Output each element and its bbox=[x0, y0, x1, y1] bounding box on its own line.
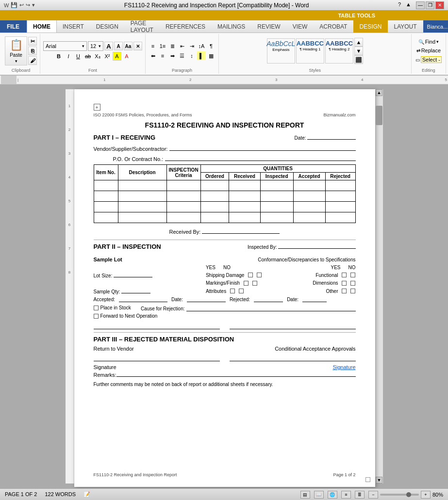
minimize-btn[interactable]: — bbox=[416, 1, 425, 9]
tab-insert[interactable]: INSERT bbox=[57, 20, 90, 32]
scroll-up-btn[interactable]: ▲ bbox=[376, 89, 382, 96]
cell-insp-4[interactable] bbox=[166, 212, 200, 223]
cell-reject-4[interactable] bbox=[325, 212, 355, 223]
restore-btn[interactable]: ❐ bbox=[426, 1, 434, 9]
cell-recv-3[interactable] bbox=[229, 202, 261, 212]
shrink-font-button[interactable]: A bbox=[114, 42, 123, 50]
style-heading1[interactable]: AABBCC ¶ Heading 1 bbox=[296, 38, 324, 64]
scroll-thumb[interactable] bbox=[376, 106, 382, 125]
tab-design[interactable]: DESIGN bbox=[90, 20, 125, 32]
cell-desc-2[interactable] bbox=[118, 191, 166, 202]
zoom-out-btn[interactable]: − bbox=[368, 491, 378, 499]
styles-more[interactable]: ⬛ bbox=[354, 55, 363, 64]
accepted-date-value[interactable] bbox=[187, 296, 226, 302]
align-left-button[interactable]: ⬅ bbox=[149, 51, 157, 60]
copy-button[interactable]: ⎘ bbox=[28, 47, 37, 55]
shipping-damage-yes-cb[interactable] bbox=[248, 273, 253, 277]
attributes-yes-cb[interactable] bbox=[230, 289, 235, 293]
increase-indent-button[interactable]: ⇥ bbox=[187, 42, 196, 50]
underline-button[interactable]: U bbox=[74, 52, 83, 61]
cell-accept-4[interactable] bbox=[293, 212, 325, 223]
show-para-button[interactable]: ¶ bbox=[207, 42, 216, 50]
vertical-scrollbar[interactable]: ▲ ▼ bbox=[375, 89, 383, 484]
markings-no-cb[interactable] bbox=[252, 281, 257, 286]
rejected-date-value[interactable] bbox=[302, 296, 327, 302]
font-size-selector[interactable]: 12 ▾ bbox=[88, 41, 103, 51]
align-center-button[interactable]: ≡ bbox=[158, 51, 167, 60]
borders-button[interactable]: ▦ bbox=[207, 51, 216, 60]
cell-reject-2[interactable] bbox=[325, 191, 355, 202]
cell-item-no-3[interactable] bbox=[94, 202, 118, 212]
accepted-value[interactable] bbox=[119, 296, 167, 302]
subscript-button[interactable]: X₂ bbox=[93, 52, 102, 61]
style-emphasis[interactable]: AaBbCcL Emphasis bbox=[267, 38, 295, 64]
select-label[interactable]: Select - bbox=[421, 56, 442, 63]
sort-button[interactable]: ↕A bbox=[197, 42, 206, 50]
tab-table-design[interactable]: DESIGN bbox=[353, 20, 388, 32]
dimensions-no-cb[interactable] bbox=[350, 281, 355, 286]
shading-button[interactable]: ▌ bbox=[197, 51, 206, 60]
format-painter-button[interactable]: 🖌 bbox=[28, 56, 37, 65]
quick-access-undo[interactable]: ↩ bbox=[19, 2, 24, 8]
cell-item-no-1[interactable] bbox=[94, 180, 118, 191]
cell-ord-4[interactable] bbox=[200, 212, 229, 223]
replace-label[interactable]: Replace bbox=[421, 48, 441, 53]
font-color-button[interactable]: A bbox=[122, 52, 131, 61]
draft-btn[interactable]: ≣ bbox=[355, 491, 365, 499]
cell-ord-3[interactable] bbox=[200, 202, 229, 212]
grow-font-button[interactable]: A bbox=[104, 42, 113, 50]
sig-line-left[interactable] bbox=[94, 322, 220, 329]
cell-ord-1[interactable] bbox=[200, 180, 229, 191]
close-btn[interactable]: ✕ bbox=[435, 1, 444, 9]
cell-accept-2[interactable] bbox=[293, 191, 325, 202]
functional-no-cb[interactable] bbox=[350, 273, 355, 277]
markings-yes-cb[interactable] bbox=[244, 281, 249, 286]
align-right-button[interactable]: ➡ bbox=[168, 51, 177, 60]
style-heading2[interactable]: AABBCC ¶ Heading 2 bbox=[325, 38, 353, 64]
dimensions-yes-cb[interactable] bbox=[342, 281, 347, 286]
change-case-button[interactable]: Aa bbox=[124, 42, 133, 50]
cell-accept-3[interactable] bbox=[293, 202, 325, 212]
cell-insp-qty-3[interactable] bbox=[260, 202, 293, 212]
quick-access-save[interactable]: 💾 bbox=[11, 2, 17, 8]
cell-recv-2[interactable] bbox=[229, 191, 261, 202]
lot-size-value[interactable] bbox=[114, 272, 152, 277]
cell-recv-1[interactable] bbox=[229, 180, 261, 191]
decrease-indent-button[interactable]: ⇤ bbox=[178, 42, 186, 50]
other-yes-cb[interactable] bbox=[342, 289, 347, 293]
cell-insp-qty-4[interactable] bbox=[260, 212, 293, 223]
tab-acrobat[interactable]: ACROBAT bbox=[314, 20, 353, 32]
superscript-button[interactable]: X² bbox=[103, 52, 112, 61]
functional-yes-cb[interactable] bbox=[342, 273, 347, 277]
attributes-no-cb[interactable] bbox=[239, 289, 244, 293]
zoom-in-btn[interactable]: + bbox=[421, 491, 431, 499]
cell-reject-3[interactable] bbox=[325, 202, 355, 212]
cell-reject-1[interactable] bbox=[325, 180, 355, 191]
cell-accept-1[interactable] bbox=[293, 180, 325, 191]
paste-button[interactable]: 📋 Paste ▾ bbox=[5, 36, 27, 65]
print-layout-btn[interactable]: ▤ bbox=[300, 491, 310, 499]
other-no-cb[interactable] bbox=[350, 289, 355, 293]
justify-button[interactable]: ☰ bbox=[178, 51, 186, 60]
tab-home[interactable]: HOME bbox=[27, 20, 57, 32]
bullets-button[interactable]: ≡ bbox=[149, 42, 157, 50]
ribbon-toggle[interactable]: ▲ bbox=[406, 1, 411, 9]
cell-desc-3[interactable] bbox=[118, 202, 166, 212]
conditional-line[interactable] bbox=[230, 354, 356, 361]
cell-insp-2[interactable] bbox=[166, 191, 200, 202]
tab-layout[interactable]: LAYOUT bbox=[388, 20, 423, 32]
rejected-value[interactable] bbox=[254, 296, 283, 302]
cause-value[interactable] bbox=[186, 306, 355, 311]
outline-btn[interactable]: ≡ bbox=[341, 491, 351, 499]
line-spacing-button[interactable]: ↕ bbox=[187, 51, 196, 60]
font-name-selector[interactable]: Arial ▾ bbox=[43, 41, 87, 51]
cell-insp-qty-1[interactable] bbox=[260, 180, 293, 191]
full-reading-btn[interactable]: 📖 bbox=[314, 491, 324, 499]
tab-references[interactable]: REFERENCES bbox=[160, 20, 212, 32]
shipping-damage-no-cb[interactable] bbox=[257, 273, 262, 277]
cell-insp-qty-2[interactable] bbox=[260, 191, 293, 202]
cell-insp-1[interactable] bbox=[166, 180, 200, 191]
styles-scroll-down[interactable]: ▼ bbox=[354, 47, 363, 55]
bold-button[interactable]: B bbox=[54, 52, 63, 61]
styles-scroll-up[interactable]: ▲ bbox=[354, 38, 363, 47]
